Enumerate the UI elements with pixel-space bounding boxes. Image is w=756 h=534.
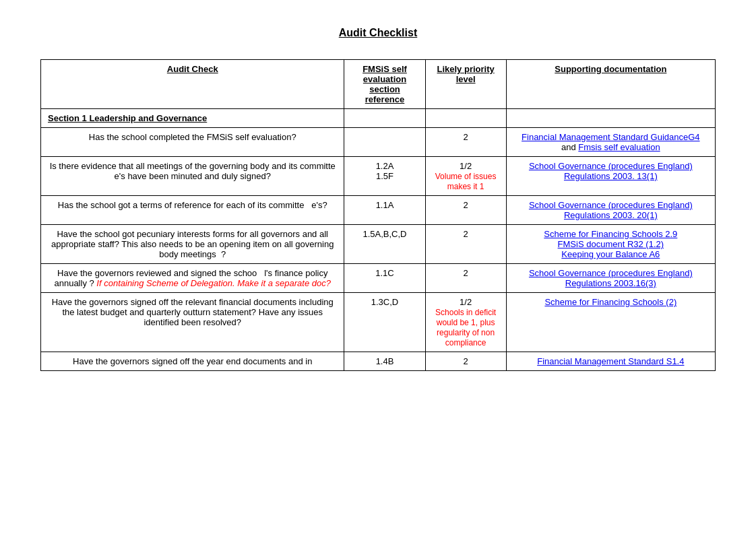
- doc-link[interactable]: FMSiS document R32 (1.2): [558, 239, 664, 249]
- ref-text: 1.1C: [344, 264, 425, 293]
- docs-text: School Governance (procedures England) R…: [506, 196, 715, 225]
- docs-text: Scheme for Financing Schools (2): [506, 293, 715, 352]
- ref-text: 1.1A: [344, 196, 425, 225]
- check-text: Has the school got a terms of reference …: [41, 196, 344, 225]
- doc-link[interactable]: School Governance (procedures England) R…: [529, 268, 693, 288]
- priority-text: 2: [425, 196, 506, 225]
- doc-link[interactable]: Financial Management Standard S1.4: [537, 356, 684, 366]
- priority-note: Schools in deficit would be 1, plus regu…: [435, 308, 496, 347]
- header-audit-check: Audit Check: [41, 60, 344, 109]
- docs-text: Financial Management Standard S1.4: [506, 352, 715, 371]
- header-fmsis-ref: FMSiS self evaluation section reference: [344, 60, 425, 109]
- header-priority: Likely priority level: [425, 60, 506, 109]
- check-text: Has the school completed the FMSiS self …: [41, 128, 344, 157]
- ref-text: 1.3C,D: [344, 293, 425, 352]
- header-supporting-docs: Supporting documentation: [506, 60, 715, 109]
- section1-ref-empty: [344, 109, 425, 128]
- table-row: Is there evidence that all meetings of t…: [41, 157, 716, 196]
- page-title: Audit Checklist: [40, 27, 716, 39]
- table-row: Have the governors signed off the releva…: [41, 293, 716, 352]
- docs-text: School Governance (procedures England) R…: [506, 264, 715, 293]
- section-header-row: Section 1 Leadership and Governance: [41, 109, 716, 128]
- check-text: Have the governors reviewed and signed t…: [41, 264, 344, 293]
- check-text: Have the school got pecuniary interests …: [41, 225, 344, 264]
- ref-text: 1.4B: [344, 352, 425, 371]
- doc-link[interactable]: School Governance (procedures England) R…: [529, 161, 693, 181]
- check-text: Have the governors signed off the year e…: [41, 352, 344, 371]
- check-text: Have the governors signed off the releva…: [41, 293, 344, 352]
- doc-link[interactable]: School Governance (procedures England) R…: [529, 200, 693, 220]
- table-row: Have the school got pecuniary interests …: [41, 225, 716, 264]
- priority-text: 2: [425, 225, 506, 264]
- doc-link[interactable]: Keeping your Balance A6: [561, 249, 660, 259]
- section1-priority-empty: [425, 109, 506, 128]
- priority-text: 2: [425, 264, 506, 293]
- check-note: If containing Scheme of Delegation. Make…: [96, 278, 331, 288]
- check-text: Is there evidence that all meetings of t…: [41, 157, 344, 196]
- section1-docs-empty: [506, 109, 715, 128]
- doc-link[interactable]: Financial Management Standard GuidanceG4: [522, 132, 700, 142]
- priority-text: 2: [425, 352, 506, 371]
- table-row: Has the school completed the FMSiS self …: [41, 128, 716, 157]
- docs-text: Scheme for Financing Schools 2.9 FMSiS d…: [506, 225, 715, 264]
- table-row: Have the governors signed off the year e…: [41, 352, 716, 371]
- priority-text: 1/2 Volume of issues makes it 1: [425, 157, 506, 196]
- doc-link[interactable]: Scheme for Financing Schools (2): [544, 297, 676, 307]
- docs-text: School Governance (procedures England) R…: [506, 157, 715, 196]
- priority-note: Volume of issues makes it 1: [435, 172, 497, 191]
- section1-label: Section 1 Leadership and Governance: [41, 109, 344, 128]
- priority-text: 2: [425, 128, 506, 157]
- table-row: Has the school got a terms of reference …: [41, 196, 716, 225]
- ref-text: 1.5A,B,C,D: [344, 225, 425, 264]
- doc-link[interactable]: Fmsis self evaluation: [578, 142, 660, 152]
- docs-text: Financial Management Standard GuidanceG4…: [506, 128, 715, 157]
- audit-table: Audit Check FMSiS self evaluation sectio…: [40, 59, 716, 371]
- doc-link[interactable]: Scheme for Financing Schools 2.9: [544, 229, 677, 239]
- priority-text: 1/2 Schools in deficit would be 1, plus …: [425, 293, 506, 352]
- ref-text: [344, 128, 425, 157]
- ref-text: 1.2A1.5F: [344, 157, 425, 196]
- table-row: Have the governors reviewed and signed t…: [41, 264, 716, 293]
